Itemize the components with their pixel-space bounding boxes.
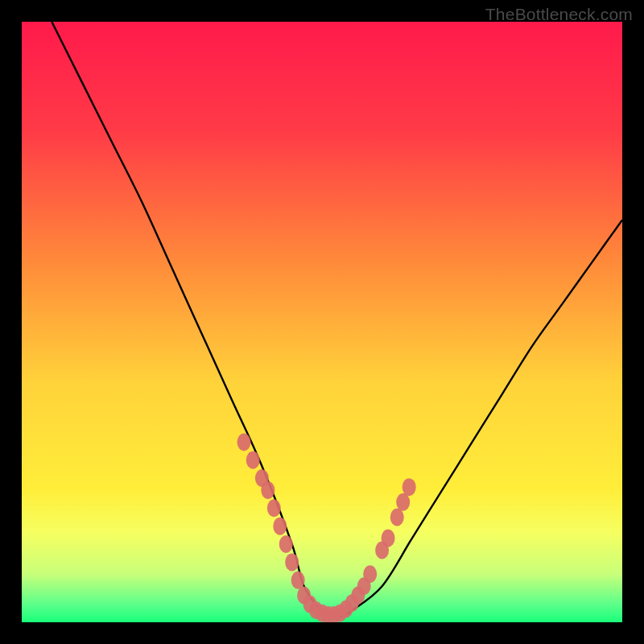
marker-dot	[237, 433, 251, 451]
marker-dot	[382, 530, 395, 547]
marker-dot	[273, 518, 287, 535]
marker-dot	[279, 535, 293, 553]
marker-dot	[291, 572, 305, 589]
marker-dot	[402, 478, 416, 496]
marker-dot	[363, 565, 377, 583]
marker-dot	[267, 499, 281, 517]
marker-dot	[390, 508, 404, 526]
chart-container: TheBottleneck.com	[0, 0, 644, 644]
chart-svg	[22, 22, 622, 622]
plot-area	[22, 22, 622, 622]
marker-dot	[396, 493, 410, 511]
marker-dot	[246, 452, 260, 469]
gradient-background	[22, 22, 622, 622]
marker-dot	[261, 481, 275, 499]
marker-dot	[285, 553, 299, 571]
watermark-text: TheBottleneck.com	[485, 5, 633, 24]
